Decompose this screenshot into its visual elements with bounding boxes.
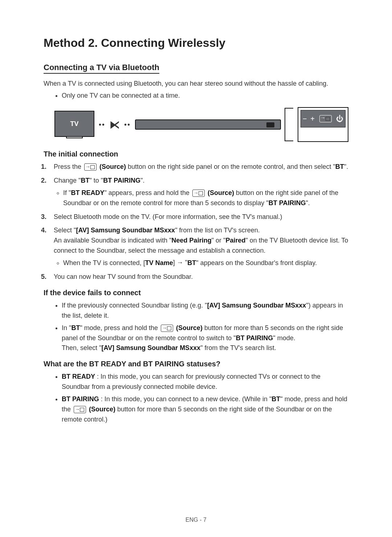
steps-list: Press the (Source) button on the right s…: [50, 162, 348, 282]
need-pairing-label: Need Pairing: [172, 237, 212, 244]
source-label: (Source): [89, 406, 115, 413]
text: " or ": [212, 237, 226, 244]
bt-label: BT: [71, 324, 80, 331]
tv-label: TV: [70, 120, 78, 128]
text: : In this mode, you can search for previ…: [62, 373, 320, 390]
step-4-sub: When the TV is connected, [TV Name] → "B…: [63, 258, 348, 268]
source-icon: [319, 115, 332, 122]
text: " appears, press and hold the: [104, 189, 191, 196]
text: button on the right side panel or on the…: [126, 163, 335, 170]
source-label: (Source): [208, 189, 234, 196]
device-name: [AV] Samsung Soundbar MSxxx: [101, 344, 200, 351]
text: " to ": [89, 177, 103, 184]
section-heading-bt: Connecting a TV via Bluetooth: [44, 63, 159, 74]
fail-item-2: In "BT" mode, press and hold the (Source…: [62, 323, 348, 354]
text: When the TV is connected, [: [63, 259, 145, 267]
arrow-text: ] → ": [173, 258, 187, 268]
text: An available Soundbar is indicated with …: [54, 237, 172, 244]
soundbar-illustration: [135, 119, 281, 130]
text: If ": [63, 189, 71, 196]
status-btpairing: BT PAIRING : In this mode, you can conne…: [62, 394, 348, 425]
wireless-dots-left: ••: [99, 121, 105, 129]
text: Then, select ": [62, 344, 101, 351]
text: ".: [306, 199, 310, 207]
text: : In this mode, you can connect to a new…: [99, 395, 272, 403]
text: If the previously connected Soundbar lis…: [62, 302, 207, 309]
side-panel-buttons: − + ⏻: [301, 110, 346, 127]
step-2-sub: If "BT READY" appears, press and hold th…: [63, 188, 348, 208]
bt-label: BT: [187, 259, 196, 267]
power-icon: ⏻: [336, 115, 343, 123]
fail-item-1: If the previously connected Soundbar lis…: [62, 301, 348, 321]
btpairing-label: BT PAIRING: [103, 177, 140, 184]
btpairing-label: BT PAIRING: [236, 334, 273, 342]
connection-diagram: TV •• ⧔ •• − + ⏻: [54, 107, 348, 142]
zoom-bracket: [285, 108, 293, 141]
plus-icon: +: [310, 115, 315, 123]
btpairing-label: BT PAIRING: [62, 395, 99, 403]
text: Select ": [54, 227, 76, 234]
subheading-status: What are the BT READY and BT PAIRING sta…: [44, 360, 348, 368]
step-4: Select "[AV] Samsung Soundbar MSxxx" fro…: [50, 225, 348, 268]
bt-label: BT: [81, 177, 89, 184]
step-5: You can now hear TV sound from the Sound…: [50, 272, 348, 282]
text: " from the list on TV's screen.: [175, 227, 260, 234]
tv-screen: TV: [54, 111, 94, 137]
bt-label: BT: [271, 395, 280, 403]
intro-text: When a TV is connected using Bluetooth, …: [44, 79, 348, 89]
source-label: (Source): [99, 163, 126, 170]
fail-list: If the previously connected Soundbar lis…: [62, 301, 348, 353]
subheading-fail: If the device fails to connect: [44, 289, 348, 297]
step-2: Change "BT" to "BT PAIRING". If "BT READ…: [50, 176, 348, 208]
text: " mode.: [273, 334, 295, 342]
subheading-initial: The initial connection: [44, 150, 348, 158]
step-1: Press the (Source) button on the right s…: [50, 162, 348, 172]
page-title: Method 2. Connecting Wirelessly: [44, 36, 348, 50]
btready-label: BT READY: [71, 189, 104, 196]
source-icon: [74, 406, 86, 413]
device-name: [AV] Samsung Soundbar MSxxx: [76, 227, 175, 234]
text: ".: [140, 177, 144, 184]
btpairing-label: BT PAIRING: [269, 199, 306, 207]
side-panel-zoom: − + ⏻: [298, 107, 348, 142]
wireless-dots-right: ••: [124, 121, 131, 129]
source-icon: [161, 325, 173, 332]
tvname-label: TV Name: [145, 259, 173, 267]
step-3: Select Bluetooth mode on the TV. (For mo…: [50, 212, 348, 222]
tv-illustration: TV: [54, 111, 94, 138]
source-icon: [192, 190, 205, 197]
text: Press the: [54, 163, 83, 170]
text: ".: [344, 163, 348, 170]
status-btready: BT READY : In this mode, you can search …: [62, 372, 348, 392]
bt-label: BT: [335, 163, 344, 170]
status-list: BT READY : In this mode, you can search …: [62, 372, 348, 424]
text: " from the TV's search list.: [200, 344, 276, 351]
paired-label: Paired: [225, 237, 245, 244]
top-bullet: Only one TV can be connected at a time.: [62, 91, 348, 101]
text: " mode, press and hold the: [80, 324, 160, 331]
page-footer: ENG - 7: [0, 517, 392, 523]
minus-icon: −: [303, 115, 307, 123]
btready-label: BT READY: [62, 373, 95, 380]
source-label: (Source): [176, 324, 203, 331]
device-name: [AV] Samsung Soundbar MSxxx: [207, 302, 306, 309]
text: Change ": [54, 177, 81, 184]
bluetooth-icon: ⧔: [110, 119, 120, 131]
text: In ": [62, 324, 71, 331]
text: " appears on the Soundbar's front displa…: [196, 259, 317, 267]
source-icon: [84, 163, 97, 171]
